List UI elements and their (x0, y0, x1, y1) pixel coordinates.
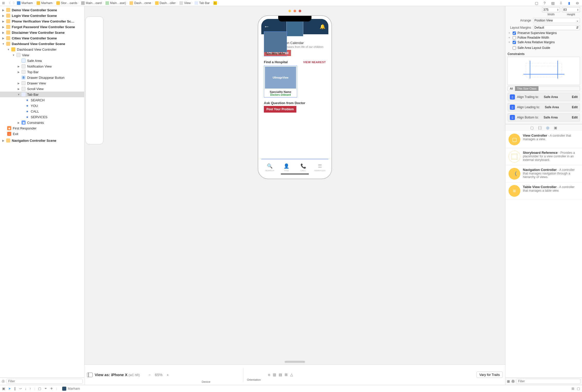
view-topbar[interactable]: ▶Top Bar (0, 69, 84, 75)
new-file-icon[interactable]: ▢ (534, 1, 539, 5)
tabitem-services[interactable]: ★SERVICES (0, 114, 84, 120)
constraint-trailing[interactable]: ▯Align Trailing to: Safe AreaEdit (508, 93, 580, 101)
scene-dashboard[interactable]: ▼Dashboard View Controller Scene (0, 41, 84, 47)
constraints-diagram[interactable] (508, 57, 580, 85)
vary-for-traits-button[interactable]: Vary for Traits (477, 372, 503, 378)
step-over-icon[interactable]: ⤻ (19, 387, 22, 390)
orientation-picker[interactable]: Orientation (247, 368, 261, 381)
tab-bar-node[interactable]: ▼Tab Bar (0, 92, 84, 97)
constraints-scope-segment[interactable]: All This Size Class (508, 86, 580, 91)
scene-navigation[interactable]: ▶Navigation Controller Scene (0, 138, 84, 143)
scene-demo[interactable]: ▶Demo View Controller Scene (0, 7, 84, 13)
arrange-select[interactable]: Position View⌄ (533, 18, 580, 23)
forward-icon[interactable]: 〉 (12, 1, 17, 5)
run-icon[interactable]: ⊖ (575, 1, 580, 5)
interface-builder-canvas[interactable]: ← 🔔 Find a Doctor Child Vaccination Cale… (84, 6, 505, 385)
safe-area-relative-margins-checkbox[interactable] (513, 41, 516, 44)
library-filter-input[interactable] (516, 379, 580, 384)
add-variation-icon[interactable]: + (508, 40, 511, 44)
crumb-warning[interactable]: ⚠ (213, 1, 217, 5)
view-scroll[interactable]: ▶Scroll View (0, 86, 84, 92)
crumb-project[interactable]: Marham (17, 1, 33, 5)
grid-view-icon[interactable]: ⊞ (507, 379, 510, 383)
tab-services[interactable]: ☰SERVICES (312, 159, 329, 176)
crumb-view[interactable]: View (179, 1, 191, 5)
debug-right-icon-2[interactable]: ▢ (577, 387, 580, 390)
dashboard-view[interactable]: ▼View (0, 52, 84, 58)
back-arrow-icon[interactable]: ← (264, 23, 270, 30)
safe-area[interactable]: Safe Area (0, 58, 84, 63)
debug-target[interactable]: Marham (62, 387, 80, 391)
view-debugger-icon[interactable]: ▢ (38, 387, 41, 390)
library-tab-media[interactable]: ▣ (554, 126, 557, 130)
crumb-file-base[interactable]: Main…ase) (105, 1, 126, 5)
related-items-icon[interactable]: ⊞ (1, 1, 6, 5)
crumb-tabbar[interactable]: Tab Bar (195, 1, 210, 5)
tab-call[interactable]: 📞CALL (295, 159, 312, 176)
safe-area-layout-guide-checkbox[interactable] (513, 46, 516, 50)
update-frames-icon[interactable]: ⧈ (268, 373, 270, 377)
crumb-folder-storyboards[interactable]: Stor…oards (56, 1, 77, 5)
breakpoint-toggle-icon[interactable]: ➤ (8, 387, 11, 390)
dashboard-controller[interactable]: ▼Dashboard View Controller (0, 47, 84, 52)
zoom-out-button[interactable]: − (148, 373, 151, 377)
first-responder[interactable]: ◉First Responder (0, 125, 84, 131)
exit-node[interactable]: →Exit (0, 131, 84, 137)
segment-all[interactable]: All (508, 86, 515, 91)
pause-icon[interactable]: ‖ (14, 387, 16, 390)
tab-search[interactable]: 🔍SEARCH (261, 159, 278, 176)
help-icon[interactable]: ? (542, 1, 547, 5)
library-tab-code-snippets[interactable]: { } (538, 126, 542, 130)
add-variation-icon[interactable]: + (508, 36, 511, 39)
debug-right-icon[interactable]: ⊞ (572, 387, 574, 390)
constraint-leading[interactable]: ▯Align Leading to: Safe AreaEdit (508, 103, 580, 112)
view-nearest-button[interactable]: VIEW NEAREST (303, 61, 326, 64)
size-inspector-icon[interactable]: ▮ (567, 1, 572, 5)
crumb-folder[interactable]: Marham (37, 1, 52, 5)
library-item-table-view-controller[interactable]: ≡ Table View Controller - A controller t… (505, 182, 582, 200)
constraints-node[interactable]: ▶▣Constraints (0, 120, 84, 125)
tab-you[interactable]: 👤YOU (278, 159, 295, 176)
view-as-label[interactable]: View as: iPhone X (wC hR) (95, 373, 140, 377)
preserve-superview-margins-checkbox[interactable] (513, 31, 516, 35)
hospital-card[interactable]: UIImageView Speciality Name Doctors onbo… (264, 66, 297, 97)
scene-phone-verification[interactable]: ▶Phone Verification View Controller Sc… (0, 18, 84, 24)
library-item-storyboard-reference[interactable]: Storyboard Reference - Provides a placeh… (505, 148, 582, 165)
layout-margins-select[interactable]: Default⇵ (533, 25, 580, 30)
height-field[interactable]: 83▲▼ (562, 7, 580, 12)
speciality-card[interactable]: Speciality Name (264, 31, 287, 56)
back-icon[interactable]: 〈 (7, 1, 11, 5)
bell-icon[interactable]: 🔔 (320, 24, 325, 29)
object-library[interactable]: ▢ View Controller - A controller that ma… (505, 131, 582, 377)
width-field[interactable]: 375▲▼ (542, 7, 560, 12)
add-variation-icon[interactable]: + (508, 31, 511, 35)
crumb-scene[interactable]: Dash…cene (130, 1, 151, 5)
outline-filter-input[interactable] (6, 379, 83, 384)
toggle-debug-area-icon[interactable]: ▣ (2, 387, 5, 390)
tabitem-search[interactable]: ★SEARCH (0, 97, 84, 103)
drawer-disappear-button[interactable]: BDrawer Disappear Button (0, 75, 84, 80)
library-item-view-controller[interactable]: ▢ View Controller - A controller that ma… (505, 131, 582, 148)
memory-graph-icon[interactable]: ⚭ (44, 387, 47, 390)
resolve-icon[interactable]: △ (290, 373, 293, 377)
version-editor-icon[interactable]: ⇩ (558, 1, 564, 5)
crumb-file-main[interactable]: Main…oard (81, 1, 102, 5)
view-notification[interactable]: ▶Notification View (0, 63, 84, 69)
scene-login[interactable]: ▶Login View Controller Scene (0, 13, 84, 18)
step-out-icon[interactable]: ↑ (30, 387, 31, 390)
follow-readable-width-checkbox[interactable] (513, 36, 516, 39)
crumb-controller[interactable]: Dash…oller (155, 1, 176, 5)
device-picker[interactable]: Device (173, 366, 240, 383)
constraint-edit-button[interactable]: Edit (572, 95, 578, 99)
library-tab-objects[interactable]: ◎ (546, 126, 549, 130)
tab-bar[interactable]: 🔍SEARCH 👤YOU 📞CALL ☰SERVICES (261, 159, 328, 176)
zoom-level[interactable]: 65% (155, 373, 163, 377)
scene-cities[interactable]: ▶Cities View Controller Scene (0, 35, 84, 41)
segment-this-size-class[interactable]: This Size Class (515, 86, 538, 91)
canvas-scrollbar[interactable] (84, 359, 505, 364)
view-drawer[interactable]: ▶Drawer View (0, 80, 84, 86)
scene-disclaimer[interactable]: ▶Disclaimer View Controller Scene (0, 30, 84, 35)
outline-toggle-icon[interactable] (87, 373, 93, 377)
constraint-bottom[interactable]: ▯Align Bottom to: Safe AreaEdit (508, 113, 580, 122)
assistant-icon[interactable]: ▤ (550, 1, 555, 5)
